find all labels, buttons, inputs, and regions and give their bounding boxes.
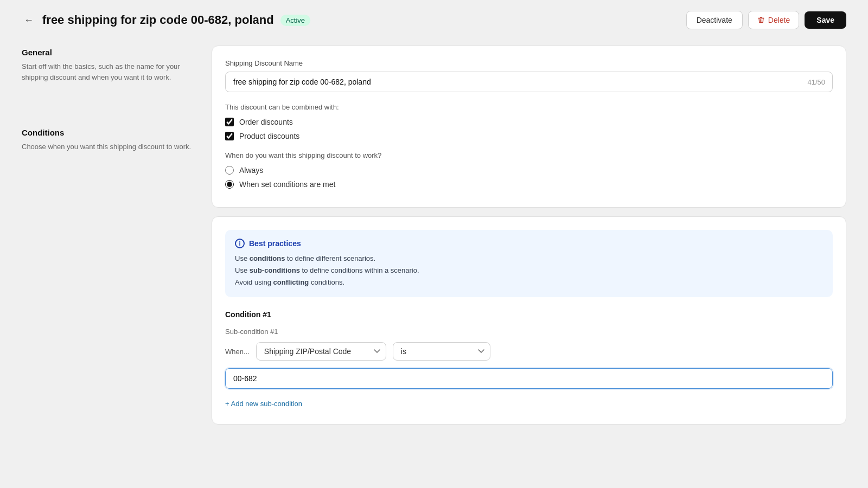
delete-button[interactable]: Delete xyxy=(748,11,799,29)
is-field-select[interactable]: is xyxy=(393,342,490,361)
char-count: 41/50 xyxy=(807,78,825,86)
product-discounts-label[interactable]: Product discounts xyxy=(239,132,299,140)
general-card: Shipping Discount Name 41/50 This discou… xyxy=(212,46,846,208)
bp-conflicting-bold: conflicting xyxy=(273,278,309,286)
combine-label: This discount can be combined with: xyxy=(225,103,833,111)
header-left: ← free shipping for zip code 00-682, pol… xyxy=(22,13,310,27)
product-discounts-row: Product discounts xyxy=(225,132,833,140)
when-section: When do you want this shipping discount … xyxy=(225,151,833,189)
general-section-label: General Start off with the basics, such … xyxy=(22,46,195,82)
add-sub-condition-wrapper: + Add new sub-condition xyxy=(225,396,833,411)
status-badge: Active xyxy=(280,15,310,26)
content-area: General Start off with the basics, such … xyxy=(22,46,846,425)
page-title: free shipping for zip code 00-682, polan… xyxy=(42,13,274,27)
best-practices-box: i Best practices Use conditions to defin… xyxy=(225,230,833,297)
bp-line3-prefix: Avoid using xyxy=(235,278,273,286)
order-discounts-checkbox[interactable] xyxy=(225,118,234,126)
bp-title: Best practices xyxy=(249,239,301,248)
trash-icon xyxy=(757,16,765,24)
deactivate-button[interactable]: Deactivate xyxy=(686,11,743,29)
delete-label: Delete xyxy=(768,16,790,24)
info-icon: i xyxy=(235,239,245,248)
when-row: When... Shipping ZIP/Postal Code is xyxy=(225,342,833,361)
bp-sub-conditions-bold: sub-conditions xyxy=(250,266,300,274)
right-panel: Shipping Discount Name 41/50 This discou… xyxy=(212,46,846,425)
order-discounts-row: Order discounts xyxy=(225,118,833,126)
header-actions: Deactivate Delete Save xyxy=(686,11,846,29)
combine-section: This discount can be combined with: Orde… xyxy=(225,103,833,140)
bp-line3-suffix: conditions. xyxy=(309,278,344,286)
bp-line2-prefix: Use xyxy=(235,266,250,274)
product-discounts-checkbox[interactable] xyxy=(225,132,234,140)
bp-line2-suffix: to define conditions within a scenario. xyxy=(300,266,419,274)
conditions-desc: Choose when you want this shipping disco… xyxy=(22,142,195,152)
sub-condition-label: Sub-condition #1 xyxy=(225,328,833,336)
general-title: General xyxy=(22,48,195,57)
add-sub-condition-button[interactable]: + Add new sub-condition xyxy=(225,396,302,411)
bp-header: i Best practices xyxy=(235,239,823,248)
radio-conditions-row: When set conditions are met xyxy=(225,180,833,189)
discount-name-wrapper: 41/50 xyxy=(225,72,833,92)
bp-line1-prefix: Use xyxy=(235,254,250,262)
general-desc: Start off with the basics, such as the n… xyxy=(22,61,195,82)
radio-conditions[interactable] xyxy=(225,180,234,189)
discount-name-label: Shipping Discount Name xyxy=(225,59,833,67)
when-label: When do you want this shipping discount … xyxy=(225,151,833,159)
bp-text: Use conditions to define different scena… xyxy=(235,253,823,288)
radio-always[interactable] xyxy=(225,166,234,175)
back-button[interactable]: ← xyxy=(22,13,36,27)
conditions-card: i Best practices Use conditions to defin… xyxy=(212,216,846,425)
conditions-section-label: Conditions Choose when you want this shi… xyxy=(22,126,195,152)
zip-value-input[interactable] xyxy=(225,368,833,389)
discount-name-input[interactable] xyxy=(225,72,833,92)
radio-always-row: Always xyxy=(225,166,833,175)
page-header: ← free shipping for zip code 00-682, pol… xyxy=(22,11,846,29)
save-button[interactable]: Save xyxy=(805,11,846,29)
when-text: When... xyxy=(225,348,250,356)
left-panel: General Start off with the basics, such … xyxy=(22,46,195,425)
order-discounts-label[interactable]: Order discounts xyxy=(239,118,293,126)
left-sections: General Start off with the basics, such … xyxy=(22,46,195,152)
radio-conditions-label[interactable]: When set conditions are met xyxy=(239,180,335,189)
zip-field-select[interactable]: Shipping ZIP/Postal Code xyxy=(256,342,386,361)
condition-1-title: Condition #1 xyxy=(225,310,833,319)
bp-line1-suffix: to define different scenarios. xyxy=(285,254,375,262)
conditions-title: Conditions xyxy=(22,128,195,137)
radio-always-label[interactable]: Always xyxy=(239,166,263,175)
bp-conditions-bold: conditions xyxy=(250,254,285,262)
